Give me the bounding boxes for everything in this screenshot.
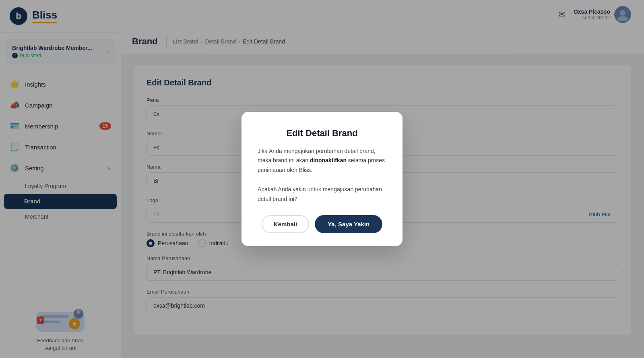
- modal-body: Jika Anda mengajukan perubahan detail br…: [258, 147, 386, 204]
- modal-overlay: Edit Detail Brand Jika Anda mengajukan p…: [0, 0, 644, 358]
- confirm-button[interactable]: Ya, Saya Yakin: [315, 215, 382, 233]
- cancel-button[interactable]: Kembali: [262, 215, 309, 233]
- modal-actions: Kembali Ya, Saya Yakin: [258, 215, 386, 233]
- modal: Edit Detail Brand Jika Anda mengajukan p…: [242, 112, 402, 246]
- modal-title: Edit Detail Brand: [258, 128, 386, 139]
